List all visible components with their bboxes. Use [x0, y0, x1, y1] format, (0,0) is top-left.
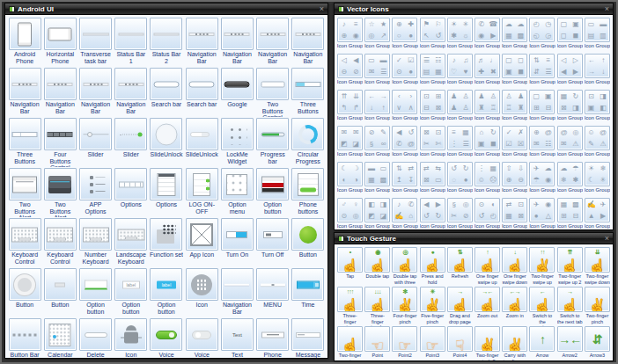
gesture-thumbnail[interactable]: ☝◎	[392, 247, 417, 273]
icon-group-thumbnail[interactable]: ▢▣⊞⊟	[529, 90, 555, 114]
gesture-thumbnail[interactable]: ☟	[447, 326, 473, 352]
android-stencil-item[interactable]: Function set	[150, 218, 183, 267]
gesture-thumbnail[interactable]: ⇵	[585, 326, 610, 352]
stencil-thumbnail-circle-ring[interactable]	[9, 268, 41, 301]
icon-group-item[interactable]: ♪♫♡♥Icon Group	[447, 54, 473, 90]
gesture-item[interactable]: →←Arrow2	[557, 326, 583, 361]
android-stencil-item[interactable]: Button	[8, 268, 41, 317]
stencil-thumbnail-keypad-panel[interactable]	[221, 168, 254, 200]
stencil-thumbnail-dot-grid[interactable]	[221, 118, 254, 150]
android-stencil-item[interactable]: Turn Off	[256, 218, 290, 267]
android-stencil-item[interactable]: Transverse task bar	[78, 18, 112, 67]
gesture-thumbnail[interactable]: ☝⇈	[557, 247, 583, 273]
icon-group-thumbnail[interactable]: ⋮▦☺☹	[475, 162, 500, 186]
icon-group-thumbnail[interactable]: ▬▭▦▩	[364, 162, 390, 186]
android-stencil-item[interactable]: labelOption button	[114, 268, 148, 317]
android-stencil-item[interactable]: Search bar	[185, 68, 218, 117]
stencil-thumbnail-bar-msg[interactable]	[291, 318, 324, 351]
android-stencil-item[interactable]: Button Bar	[8, 318, 41, 359]
stencil-thumbnail-keyboard-wide[interactable]	[114, 218, 147, 251]
icon-group-item[interactable]: ◴◷◵◶Icon Group	[529, 18, 555, 54]
icon-group-thumbnail[interactable]: ♂♀⊙◎	[337, 198, 363, 222]
stencil-thumbnail-phone-v[interactable]	[9, 18, 41, 50]
stencil-thumbnail-bar-underline[interactable]	[79, 268, 112, 301]
gesture-item[interactable]: ☝→Switch to the next tab	[557, 287, 583, 326]
stencil-thumbnail-bar-dark[interactable]	[221, 68, 254, 100]
icon-group-item[interactable]: ⌂↻▣◼Icon Group	[475, 126, 500, 162]
stencil-thumbnail-line-nav[interactable]	[114, 68, 147, 100]
icon-group-item[interactable]: ⇧⇩⊕⊖Icon Group	[502, 162, 527, 198]
icon-group-thumbnail[interactable]: ✓✗☑☒	[502, 126, 527, 150]
icon-group-thumbnail[interactable]: ◀▶↺↻	[420, 198, 445, 222]
icon-group-item[interactable]: ◀▶↺↻Icon Group	[420, 198, 445, 230]
stencil-thumbnail-toggle-off[interactable]	[256, 218, 289, 251]
gesture-thumbnail[interactable]: ☝⇊	[585, 247, 610, 273]
stencil-thumbnail-ring[interactable]	[291, 118, 324, 150]
android-stencil-item[interactable]: Keyboard Control	[43, 218, 77, 267]
android-stencil-item[interactable]: Voice	[150, 318, 183, 359]
icon-group-thumbnail[interactable]: ♪≡⊕◉	[337, 18, 363, 42]
gesture-thumbnail[interactable]: ☝↓	[502, 247, 527, 273]
android-stencil-item[interactable]: LOG ON-OFF	[185, 168, 218, 217]
gesture-thumbnail[interactable]: ✌✻	[392, 287, 417, 312]
android-stencil-item[interactable]: Three Buttons	[8, 118, 41, 167]
gesture-thumbnail[interactable]: ☝←→	[502, 287, 527, 312]
gesture-thumbnail[interactable]: ☝	[337, 326, 363, 352]
android-stencil-item[interactable]: Navigation Bar	[114, 68, 148, 117]
stencil-thumbnail-bar-search[interactable]	[150, 68, 182, 100]
gesture-thumbnail[interactable]: ☝↓↓↓	[364, 287, 390, 312]
gesture-thumbnail[interactable]: ☝←	[529, 287, 555, 312]
icon-group-thumbnail[interactable]: ▦▩⊞⊟	[557, 198, 583, 222]
android-stencil-item[interactable]: Progress bar	[256, 118, 290, 167]
android-stencil-item[interactable]: Number Keyboard	[78, 218, 112, 267]
gesture-item[interactable]: ☝↑↑↑Three-finger swipe up	[337, 287, 363, 326]
stencil-thumbnail-voice-gray[interactable]	[186, 318, 218, 351]
icon-group-item[interactable]: ☺@✎⚠Icon Group	[585, 126, 610, 162]
icon-group-thumbnail[interactable]: ▦↻⊠◨	[557, 90, 583, 114]
icon-group-item[interactable]: ☁☂❄✱Icon Group	[557, 162, 583, 198]
android-stencil-item[interactable]: Navigation Bar	[220, 268, 254, 317]
icon-group-thumbnail[interactable]: ⇅≡⇵☰	[529, 54, 555, 78]
icon-group-thumbnail[interactable]: ☁☁▦▩	[502, 18, 527, 42]
gesture-thumbnail[interactable]: ✌	[585, 287, 610, 312]
gesture-item[interactable]: ☟Point4	[447, 326, 473, 361]
icon-group-thumbnail[interactable]: ▢▣◻◼	[557, 18, 583, 42]
stencil-thumbnail-line-nav[interactable]	[186, 18, 218, 50]
android-stencil-item[interactable]: Three Buttons	[291, 68, 325, 117]
icon-group-thumbnail[interactable]: ≡▦⋮☰	[447, 126, 473, 150]
stencil-thumbnail-toggle-on[interactable]	[221, 218, 254, 251]
icon-group-thumbnail[interactable]: ☀❄☾✳	[585, 162, 610, 186]
icon-group-item[interactable]: ✈◉●△Icon Group	[529, 198, 555, 230]
stencil-thumbnail-func-grid[interactable]	[150, 218, 182, 251]
stencil-thumbnail-bar-seg[interactable]	[9, 118, 41, 150]
gesture-thumbnail[interactable]: ☜	[364, 326, 390, 352]
icon-group-item[interactable]: ✓✗☑☒Icon Group	[502, 126, 527, 162]
icon-group-item[interactable]: ⊡⊞⊟⊠Icon Group	[420, 90, 445, 126]
stencil-thumbnail-bar-search[interactable]	[186, 68, 218, 100]
icon-group-thumbnail[interactable]: ←↑→↓	[585, 54, 610, 78]
icon-group-thumbnail[interactable]: ⊙◐↺◴	[475, 198, 500, 222]
icon-group-item[interactable]: ✆☎◉▶Icon Group	[475, 18, 500, 54]
gesture-thumbnail[interactable]: ☝→	[557, 287, 583, 312]
icon-group-thumbnail[interactable]: ⚑⚐↖↺	[420, 18, 445, 42]
stencil-thumbnail-line-nav[interactable]	[79, 68, 112, 100]
icon-group-thumbnail[interactable]: ✉✉◩◪	[337, 126, 363, 150]
icon-group-item[interactable]: ☾☽◐◑Icon Group	[337, 162, 363, 198]
stencil-thumbnail-line-nav[interactable]	[44, 68, 77, 100]
gesture-item[interactable]: ☝◉Double tap	[364, 247, 390, 287]
icon-group-item[interactable]: ⊙◐↺◴Icon Group	[475, 198, 500, 230]
icon-group-thumbnail[interactable]: ⊘✎§∞	[364, 126, 390, 150]
icon-group-item[interactable]: ⊡◨▣◧Icon Group	[585, 90, 610, 126]
android-stencil-item[interactable]: SlideUnlock	[185, 118, 218, 167]
icon-group-item[interactable]: ♂♀⊙◎Icon Group	[337, 198, 363, 230]
icon-group-item[interactable]: ⇄⊡▦⊠Icon Group	[502, 198, 527, 230]
icon-group-item[interactable]: ☆★◎↗Icon Group	[364, 18, 390, 54]
stencil-thumbnail-line-menu[interactable]	[256, 268, 289, 301]
icon-group-thumbnail[interactable]: ✍✈▲▶	[585, 198, 610, 222]
icon-group-item[interactable]: ♟♙♟♙Icon Group	[447, 90, 473, 126]
stencil-thumbnail-label-white[interactable]: label	[114, 268, 147, 301]
android-stencil-item[interactable]: Navigation Bar	[291, 18, 325, 67]
icon-group-thumbnail[interactable]: ♬♩✚✖	[475, 54, 500, 78]
icon-group-thumbnail[interactable]: ♟♙♟♙	[447, 90, 473, 114]
android-stencil-item[interactable]: Two Buttons Control	[256, 68, 290, 117]
